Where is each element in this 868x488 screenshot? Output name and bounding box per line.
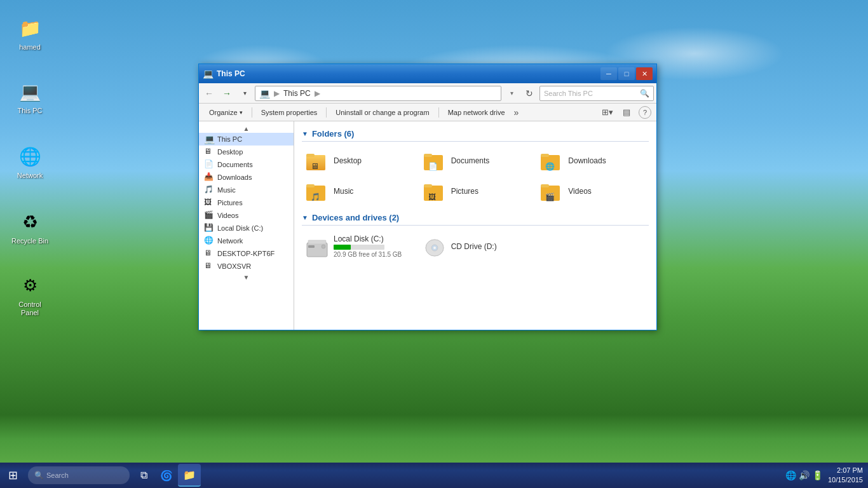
address-dropdown-button[interactable]: ▾ — [504, 86, 519, 101]
documents-folder-icon: 📄 — [423, 149, 446, 172]
map-network-button[interactable]: Map network drive — [443, 105, 510, 119]
disk-usage-bar-wrap — [334, 245, 384, 250]
cd-drive-name: CD Drive (D:) — [451, 242, 497, 251]
navigation-pane: ▲ 💻 This PC 🖥 Desktop 📄 Documents 📥 Down… — [199, 121, 294, 330]
volume-tray-icon[interactable]: 🔊 — [799, 470, 810, 480]
search-placeholder: Search This PC — [544, 90, 637, 97]
desktop-icon-this-pc[interactable]: 💻 This PC — [8, 76, 52, 118]
local-disk-info: Local Disk (C:) 20.9 GB free of 31.5 GB — [334, 234, 402, 258]
sidebar-item-downloads[interactable]: 📥 Downloads — [199, 171, 294, 184]
toolbar-separator — [252, 107, 252, 118]
svg-rect-17 — [308, 240, 326, 244]
documents-icon: 📄 — [204, 159, 214, 170]
organize-dropdown-icon: ▾ — [240, 109, 243, 116]
sidebar-item-pictures[interactable]: 🖼 Pictures — [199, 196, 294, 209]
folder-icon: 📁 — [17, 15, 43, 41]
sidebar-item-documents[interactable]: 📄 Documents — [199, 158, 294, 171]
desktop-icon-control-panel[interactable]: ⚙ Control Panel — [8, 270, 52, 320]
svg-rect-10 — [424, 184, 432, 187]
sidebar-item-network[interactable]: 🌐 Network — [199, 234, 294, 247]
folders-grid: 🖥 Desktop 📄 Documents — [302, 147, 649, 205]
file-explorer-button[interactable]: 📁 — [178, 464, 201, 487]
svg-point-20 — [433, 247, 436, 249]
folder-item-documents[interactable]: 📄 Documents — [419, 147, 532, 175]
toolbar-separator-3 — [438, 107, 439, 118]
desktop-icon-label: This PC — [17, 107, 42, 115]
downloads-folder-icon: 🌐 — [540, 149, 563, 172]
folder-label: Videos — [568, 187, 591, 196]
folder-label: Pictures — [451, 187, 478, 196]
folder-label: Music — [334, 187, 353, 196]
clock-date: 10/15/2015 — [828, 475, 863, 485]
search-icon: 🔍 — [34, 471, 44, 480]
svg-rect-8 — [306, 184, 315, 187]
refresh-button[interactable]: ↻ — [522, 86, 537, 101]
desktop-icon-hamed[interactable]: 📁 hamed — [8, 13, 52, 54]
desktop-icon-network[interactable]: 🌐 Network — [8, 141, 52, 182]
folder-item-downloads[interactable]: 🌐 Downloads — [536, 147, 649, 175]
nav-item-label: Network — [217, 237, 243, 245]
nav-scroll-up[interactable]: ▲ — [199, 124, 294, 133]
folder-label: Desktop — [334, 156, 362, 165]
address-path[interactable]: 💻 ▶ This PC ▶ — [255, 86, 501, 101]
toolbar-more-button[interactable]: » — [512, 107, 522, 118]
computer-icon: 💻 — [204, 134, 214, 144]
desktop-icon: 🖥 — [204, 147, 214, 157]
search-icon: 🔍 — [640, 89, 649, 98]
nav-item-label: This PC — [217, 135, 242, 143]
desktop-icon-recycle-bin[interactable]: ♻ Recycle Bin — [8, 207, 52, 248]
close-button[interactable]: ✕ — [636, 67, 653, 80]
nav-scroll-down[interactable]: ▼ — [199, 273, 294, 281]
svg-point-16 — [322, 245, 325, 248]
music-folder-icon: 🎵 — [306, 180, 329, 203]
section-collapse-arrow-2[interactable]: ▼ — [302, 214, 308, 221]
svg-rect-12 — [541, 184, 549, 187]
nav-item-label: Pictures — [217, 199, 243, 207]
start-icon: ⊞ — [8, 468, 18, 482]
system-properties-button[interactable]: System properties — [256, 105, 323, 119]
folder-item-pictures[interactable]: 🖼 Pictures — [419, 177, 532, 205]
sidebar-item-desktop[interactable]: 🖥 Desktop — [199, 146, 294, 158]
path-segment[interactable]: This PC — [283, 89, 311, 98]
folders-header-text: Folders (6) — [312, 129, 354, 139]
view-options-button[interactable]: ⊞▾ — [600, 105, 614, 119]
maximize-button[interactable]: □ — [618, 67, 635, 80]
details-pane-button[interactable]: ▤ — [620, 105, 634, 119]
history-dropdown-button[interactable]: ▾ — [237, 86, 252, 101]
sidebar-item-local-disk[interactable]: 💾 Local Disk (C:) — [199, 222, 294, 234]
cd-drive-info: CD Drive (D:) — [451, 242, 497, 251]
sidebar-item-music[interactable]: 🎵 Music — [199, 184, 294, 196]
start-button[interactable]: ⊞ — [0, 463, 25, 488]
taskbar-search[interactable]: 🔍 Search — [28, 466, 130, 484]
toolbar-separator-2 — [326, 107, 327, 118]
search-label: Search — [46, 471, 69, 479]
network-tray-icon[interactable]: 🌐 — [785, 470, 796, 480]
system-clock[interactable]: 2:07 PM 10/15/2015 — [828, 466, 863, 485]
drive-item-d[interactable]: CD Drive (D:) — [419, 231, 532, 262]
tray-icons: 🌐 🔊 🔋 — [785, 470, 823, 480]
minimize-button[interactable]: ─ — [600, 67, 617, 80]
recycle-bin-icon: ♻ — [17, 209, 43, 234]
back-button[interactable]: ← — [201, 86, 217, 101]
folder-item-videos[interactable]: 🎬 Videos — [536, 177, 649, 205]
task-view-button[interactable]: ⧉ — [132, 464, 155, 487]
sidebar-item-vboxsvr[interactable]: 🖥 VBOXSVR — [199, 260, 294, 273]
folder-item-desktop[interactable]: 🖥 Desktop — [302, 147, 414, 175]
search-box[interactable]: Search This PC 🔍 — [539, 86, 654, 101]
nav-item-label: VBOXSVR — [217, 262, 251, 270]
drive-item-c[interactable]: Local Disk (C:) 20.9 GB free of 31.5 GB — [302, 231, 414, 262]
help-button[interactable]: ? — [639, 106, 651, 119]
section-collapse-arrow[interactable]: ▼ — [302, 130, 308, 137]
sidebar-item-this-pc[interactable]: 💻 This PC — [199, 133, 294, 146]
disk-icon: 💾 — [204, 223, 214, 233]
battery-tray-icon[interactable]: 🔋 — [812, 470, 823, 480]
uninstall-button[interactable]: Uninstall or change a program — [330, 105, 434, 119]
edge-button[interactable]: 🌀 — [155, 464, 178, 487]
pictures-icon: 🖼 — [204, 198, 214, 208]
forward-button[interactable]: → — [219, 86, 234, 101]
sidebar-item-videos[interactable]: 🎬 Videos — [199, 209, 294, 222]
organize-button[interactable]: Organize ▾ — [204, 105, 248, 119]
folder-item-music[interactable]: 🎵 Music — [302, 177, 414, 205]
svg-rect-6 — [541, 154, 549, 157]
sidebar-item-desktop-kpt[interactable]: 🖥 DESKTOP-KPT6F — [199, 247, 294, 260]
